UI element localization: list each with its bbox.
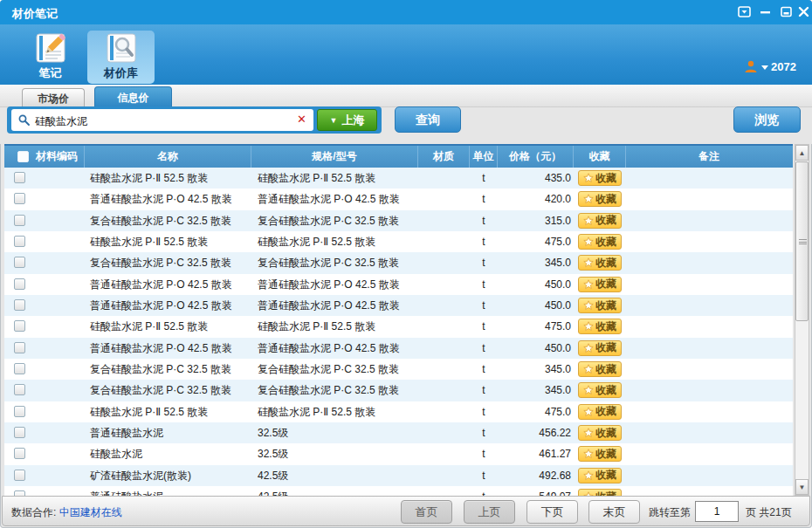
- favorite-button[interactable]: 收藏: [578, 404, 622, 420]
- favorite-button[interactable]: 收藏: [578, 425, 622, 441]
- table-row[interactable]: 复合硅酸盐水泥 P·C 32.5 散装复合硅酸盐水泥 P·C 32.5 散装t3…: [4, 252, 793, 273]
- row-checkbox[interactable]: [14, 299, 25, 311]
- toolbar-item-notes[interactable]: 笔记: [17, 31, 84, 84]
- row-checkbox[interactable]: [14, 172, 25, 183]
- row-checkbox[interactable]: [14, 363, 25, 374]
- user-menu[interactable]: 2072: [744, 59, 798, 75]
- table-row[interactable]: 普通硅酸盐水泥 P·O 42.5 散装普通硅酸盐水泥 P·O 42.5 散装t4…: [4, 338, 793, 359]
- favorite-button[interactable]: 收藏: [578, 319, 622, 334]
- row-note: [626, 486, 792, 496]
- prev-page-button[interactable]: 上页: [464, 500, 515, 524]
- favorite-button[interactable]: 收藏: [578, 170, 622, 186]
- favorite-button[interactable]: 收藏: [578, 277, 622, 292]
- favorite-button[interactable]: 收藏: [578, 446, 622, 462]
- table-row[interactable]: 普通硅酸盐水泥32.5级t456.22收藏: [4, 422, 793, 443]
- row-unit: t: [470, 465, 498, 486]
- query-button[interactable]: 查询: [395, 106, 461, 133]
- row-spec: 硅酸盐水泥 P·Ⅱ 52.5 散装: [251, 231, 418, 252]
- row-favorite-cell: 收藏: [574, 189, 626, 209]
- select-all-checkbox[interactable]: [17, 151, 29, 162]
- toolbar-item-price-library[interactable]: 材价库: [87, 31, 155, 84]
- row-name: 硅酸盐水泥 P·Ⅱ 52.5 散装: [85, 231, 251, 252]
- row-checkbox[interactable]: [14, 278, 25, 290]
- row-checkbox[interactable]: [14, 236, 25, 247]
- page-number-input[interactable]: 1: [695, 501, 739, 522]
- row-spec: 硅酸盐水泥 P·Ⅱ 52.5 散装: [251, 401, 418, 422]
- table-row[interactable]: 矿渣硅酸盐水泥(散装)42.5级t492.68收藏: [4, 465, 793, 486]
- favorite-button[interactable]: 收藏: [578, 191, 622, 207]
- col-header-note[interactable]: 备注: [626, 146, 792, 168]
- row-name: 复合硅酸盐水泥 P·C 32.5 散装: [85, 380, 251, 401]
- table-row[interactable]: 硅酸盐水泥 P·Ⅱ 52.5 散装硅酸盐水泥 P·Ⅱ 52.5 散装t475.0…: [4, 401, 793, 422]
- browse-button[interactable]: 浏览: [733, 106, 801, 133]
- table-row[interactable]: 普通硅酸盐水泥 P·O 42.5 散装普通硅酸盐水泥 P·O 42.5 散装t4…: [4, 295, 793, 316]
- favorite-button[interactable]: 收藏: [578, 255, 622, 271]
- vertical-scrollbar[interactable]: ▲ ▼: [795, 144, 809, 496]
- row-favorite-cell: 收藏: [574, 465, 626, 486]
- table-row[interactable]: 硅酸盐水泥 P·Ⅱ 52.5 散装硅酸盐水泥 P·Ⅱ 52.5 散装t475.0…: [4, 316, 793, 337]
- first-page-button[interactable]: 首页: [401, 500, 452, 524]
- row-checkbox[interactable]: [14, 215, 25, 226]
- favorite-button[interactable]: 收藏: [578, 382, 622, 398]
- favorite-button-label: 收藏: [595, 316, 616, 337]
- table-row[interactable]: 硅酸盐水泥32.5级t461.27收藏: [4, 443, 793, 464]
- skin-icon[interactable]: [738, 5, 751, 18]
- row-checkbox[interactable]: [14, 320, 25, 332]
- scroll-down-icon[interactable]: ▼: [795, 479, 809, 495]
- table-row[interactable]: 硅酸盐水泥 P·Ⅱ 52.5 散装硅酸盐水泥 P·Ⅱ 52.5 散装t435.0…: [4, 168, 793, 189]
- col-header-spec[interactable]: 规格/型号: [251, 146, 418, 168]
- row-spec: 复合硅酸盐水泥 P·C 32.5 散装: [251, 380, 418, 401]
- row-checkbox[interactable]: [14, 193, 25, 204]
- row-note: [626, 295, 792, 316]
- minimize-icon[interactable]: [759, 5, 772, 18]
- maximize-icon[interactable]: [780, 5, 793, 18]
- tab-info-price[interactable]: 信息价: [94, 86, 172, 107]
- table-row[interactable]: 复合硅酸盐水泥 P·C 32.5 散装复合硅酸盐水泥 P·C 32.5 散装t3…: [4, 210, 793, 231]
- row-spec: 普通硅酸盐水泥 P·O 42.5 散装: [251, 338, 418, 359]
- table-row[interactable]: 复合硅酸盐水泥 P·C 32.5 散装复合硅酸盐水泥 P·C 32.5 散装t3…: [4, 359, 793, 380]
- col-header-price[interactable]: 价格（元）: [498, 146, 574, 168]
- row-spec: 复合硅酸盐水泥 P·C 32.5 散装: [251, 252, 418, 273]
- table-row[interactable]: 复合硅酸盐水泥 P·C 32.5 散装复合硅酸盐水泥 P·C 32.5 散装t3…: [4, 380, 793, 401]
- favorite-button[interactable]: 收藏: [578, 361, 622, 377]
- favorite-button[interactable]: 收藏: [578, 468, 622, 483]
- favorite-button[interactable]: 收藏: [578, 340, 622, 356]
- col-header-name[interactable]: 名称: [85, 146, 251, 168]
- row-checkbox[interactable]: [14, 257, 25, 268]
- row-checkbox[interactable]: [14, 427, 25, 438]
- favorite-button[interactable]: 收藏: [578, 234, 622, 250]
- row-spec: 复合硅酸盐水泥 P·C 32.5 散装: [251, 359, 418, 380]
- next-page-button[interactable]: 下页: [526, 500, 578, 524]
- row-unit: t: [470, 168, 498, 189]
- row-checkbox[interactable]: [14, 384, 25, 395]
- table-row[interactable]: 普通硅酸盐水泥 P·O 42.5 散装普通硅酸盐水泥 P·O 42.5 散装t4…: [4, 274, 793, 295]
- table-row[interactable]: 硅酸盐水泥 P·Ⅱ 52.5 散装硅酸盐水泥 P·Ⅱ 52.5 散装t475.0…: [4, 231, 793, 252]
- row-favorite-cell: 收藏: [574, 231, 626, 252]
- tab-market-price[interactable]: 市场价: [22, 88, 85, 107]
- last-page-button[interactable]: 末页: [588, 500, 640, 524]
- star-icon: [583, 257, 594, 268]
- col-header-favorite[interactable]: 收藏: [574, 146, 626, 168]
- col-header-material[interactable]: 材质: [418, 146, 470, 168]
- row-checkbox[interactable]: [14, 406, 25, 417]
- row-name: 硅酸盐水泥 P·Ⅱ 52.5 散装: [85, 316, 251, 337]
- clear-search-icon[interactable]: ✕: [297, 113, 306, 126]
- row-note: [626, 231, 792, 252]
- favorite-button[interactable]: 收藏: [578, 213, 622, 229]
- col-header-unit[interactable]: 单位: [470, 146, 498, 168]
- favorite-button[interactable]: 收藏: [578, 298, 622, 313]
- cooperation-link[interactable]: 中国建材在线: [59, 506, 122, 518]
- row-checkbox[interactable]: [14, 342, 25, 353]
- scroll-up-icon[interactable]: ▲: [795, 145, 809, 161]
- city-dropdown[interactable]: ▼上海: [317, 109, 377, 131]
- row-name: 普通硅酸盐水泥: [85, 422, 251, 443]
- row-checkbox[interactable]: [14, 448, 25, 459]
- row-checkbox[interactable]: [14, 470, 25, 481]
- col-header-code[interactable]: 材料编码: [30, 146, 85, 168]
- close-icon[interactable]: [797, 5, 810, 18]
- table-row[interactable]: 普通硅酸盐水泥42.5级t549.07收藏: [4, 486, 793, 496]
- scroll-thumb[interactable]: [795, 161, 809, 321]
- search-input[interactable]: 硅酸盐水泥 ✕: [11, 109, 313, 131]
- table-row[interactable]: 普通硅酸盐水泥 P·O 42.5 散装普通硅酸盐水泥 P·O 42.5 散装t4…: [4, 189, 793, 209]
- favorite-button[interactable]: 收藏: [578, 489, 622, 496]
